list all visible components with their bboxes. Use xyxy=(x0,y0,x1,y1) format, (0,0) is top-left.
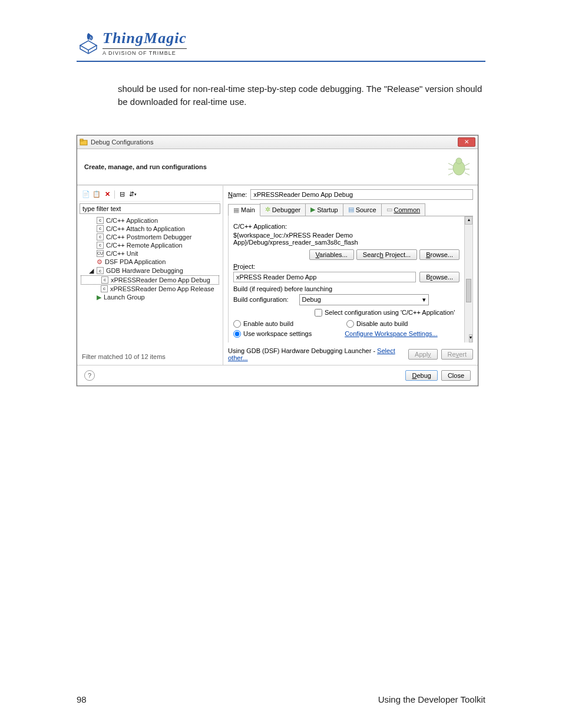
gear-icon: ⚙ xyxy=(97,258,103,266)
browse-app-button[interactable]: Browse... xyxy=(419,249,459,260)
page-header: ThingMagic A DIVISION OF TRIMBLE xyxy=(77,29,485,62)
logo: ThingMagic A DIVISION OF TRIMBLE xyxy=(77,29,485,56)
tree-item[interactable]: ▶Launch Group xyxy=(81,293,219,302)
svg-line-7 xyxy=(465,163,470,166)
right-panel: Name: ▦Main ✲Debugger ▶Startup ▤Source ▭… xyxy=(223,186,478,365)
logo-subtitle: A DIVISION OF TRIMBLE xyxy=(103,48,187,56)
page-number: 98 xyxy=(77,694,87,704)
revert-button[interactable]: Revert xyxy=(441,349,473,360)
app-value: ${workspace_loc:/xPRESS Reader Demo App}… xyxy=(233,232,468,246)
disable-auto-build-radio[interactable]: Disable auto build xyxy=(346,320,408,328)
tree-item[interactable]: cxPRESSReader Demo App Release xyxy=(81,285,219,293)
filter-icon[interactable]: ⇵▾ xyxy=(128,190,137,199)
tree-item[interactable]: cC/C++ Application xyxy=(81,216,219,225)
tree-item-label: DSF PDA Application xyxy=(105,258,166,265)
debug-button[interactable]: Debug xyxy=(405,370,437,381)
use-workspace-label: Use workspace settings xyxy=(243,330,312,337)
build-config-select[interactable]: Debug▾ xyxy=(299,294,429,305)
build-before-label: Build (if required) before launching xyxy=(233,285,468,292)
variables-button[interactable]: Variables... xyxy=(309,249,354,260)
bug-icon xyxy=(447,155,471,179)
dialog-header: Create, manage, and run configurations xyxy=(77,149,478,185)
filter-input[interactable] xyxy=(80,203,220,214)
scrollbar[interactable]: ▴ xyxy=(464,216,472,342)
tree-item-label: Launch Group xyxy=(104,294,145,301)
body-paragraph: should be used for non-real-time step-by… xyxy=(118,83,485,108)
separator xyxy=(114,190,115,199)
name-label: Name: xyxy=(228,191,247,198)
tree-item-label: GDB Hardware Debugging xyxy=(106,267,183,274)
tree-item[interactable]: cxPRESSReader Demo App Debug xyxy=(81,275,219,285)
tree-item[interactable]: cC/C++ Remote Application xyxy=(81,241,219,249)
tab-main-label: Main xyxy=(241,206,255,213)
tab-startup[interactable]: ▶Startup xyxy=(305,203,343,216)
tree-item-label: C/C++ Postmortem Debugger xyxy=(106,233,192,241)
svg-line-6 xyxy=(448,173,453,175)
left-toolbar: 📄 📋 ✕ ⊟ ⇵▾ xyxy=(80,188,220,202)
use-workspace-radio[interactable]: Use workspace settings xyxy=(233,330,312,338)
tree-item[interactable]: cC/C++ Postmortem Debugger xyxy=(81,233,219,241)
play-icon: ▶ xyxy=(97,294,101,301)
scroll-thumb[interactable] xyxy=(466,279,471,302)
logo-icon xyxy=(77,31,100,55)
tab-common[interactable]: ▭Common xyxy=(381,203,426,216)
svg-point-3 xyxy=(456,158,462,164)
tab-source-label: Source xyxy=(356,206,376,213)
main-tab-content: ▴ C/C++ Application: ${workspace_loc:/xP… xyxy=(228,216,473,342)
help-icon[interactable]: ? xyxy=(84,370,95,381)
tree-item[interactable]: ◢cGDB Hardware Debugging xyxy=(81,266,219,275)
enable-auto-label: Enable auto build xyxy=(243,320,293,327)
tree-item-label: C/C++ Attach to Application xyxy=(106,225,185,232)
browse-project-button[interactable]: Browse... xyxy=(419,272,459,282)
scroll-up-icon[interactable]: ▴ xyxy=(465,216,472,225)
tree-item-label: xPRESSReader Demo App Release xyxy=(110,285,214,292)
project-input[interactable] xyxy=(233,272,416,282)
c-icon: c xyxy=(97,225,104,232)
new-config-icon[interactable]: 📄 xyxy=(81,190,91,199)
c-icon: CU xyxy=(97,250,104,257)
c-icon: c xyxy=(97,267,104,274)
svg-line-9 xyxy=(465,173,470,175)
config-tree[interactable]: cC/C++ ApplicationcC/C++ Attach to Appli… xyxy=(80,214,220,351)
c-icon: c xyxy=(97,233,104,241)
filter-status: Filter matched 10 of 12 items xyxy=(80,351,220,363)
c-icon: c xyxy=(101,276,108,284)
c-icon: c xyxy=(97,242,104,249)
svg-rect-1 xyxy=(80,139,83,141)
close-dialog-button[interactable]: Close xyxy=(441,370,471,381)
name-input[interactable] xyxy=(250,189,473,200)
logo-name: ThingMagic xyxy=(103,29,187,47)
close-button[interactable]: ✕ xyxy=(458,137,475,147)
build-config-value: Debug xyxy=(302,296,321,303)
c-icon: c xyxy=(97,217,104,224)
configure-workspace-link[interactable]: Configure Workspace Settings... xyxy=(345,330,438,338)
disable-auto-label: Disable auto build xyxy=(356,320,408,327)
tree-item-label: xPRESSReader Demo App Debug xyxy=(111,276,210,284)
collapse-icon[interactable]: ⊟ xyxy=(117,190,127,199)
tree-item[interactable]: ⚙DSF PDA Application xyxy=(81,258,219,266)
scroll-down-icon[interactable]: ▾ xyxy=(469,334,472,342)
select-config-checkbox[interactable]: Select configuration using 'C/C++ Applic… xyxy=(315,309,468,317)
c-icon: c xyxy=(101,285,108,292)
tree-item[interactable]: cC/C++ Attach to Application xyxy=(81,225,219,233)
apply-button[interactable]: Apply xyxy=(408,349,438,360)
tree-item[interactable]: CUC/C++ Unit xyxy=(81,249,219,258)
tab-main[interactable]: ▦Main xyxy=(228,204,260,216)
build-config-label: Build configuration: xyxy=(233,296,289,303)
tab-startup-label: Startup xyxy=(317,206,338,213)
delete-icon[interactable]: ✕ xyxy=(103,190,112,199)
tab-source[interactable]: ▤Source xyxy=(343,203,382,216)
dialog-titlebar[interactable]: Debug Configurations ✕ xyxy=(77,136,478,149)
search-project-button[interactable]: Search Project... xyxy=(356,249,417,260)
svg-line-4 xyxy=(448,163,453,166)
tree-item-label: C/C++ Unit xyxy=(106,250,138,257)
tab-debugger[interactable]: ✲Debugger xyxy=(260,203,306,216)
select-config-label: Select configuration using 'C/C++ Applic… xyxy=(325,309,455,316)
debug-configurations-dialog: Debug Configurations ✕ Create, manage, a… xyxy=(77,135,478,386)
launcher-text: Using GDB (DSF) Hardware Debugging Launc… xyxy=(228,347,408,361)
dialog-subtitle: Create, manage, and run configurations xyxy=(84,163,207,170)
footer-title: Using the Developer Toolkit xyxy=(378,694,485,704)
duplicate-icon[interactable]: 📋 xyxy=(92,190,101,199)
tabs: ▦Main ✲Debugger ▶Startup ▤Source ▭Common xyxy=(228,203,473,216)
enable-auto-build-radio[interactable]: Enable auto build xyxy=(233,320,293,328)
